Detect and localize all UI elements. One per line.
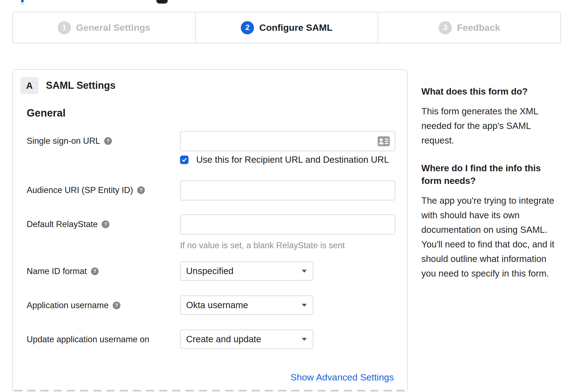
- form-row-application-username: Application username?Okta username: [13, 296, 407, 315]
- step-number-badge: 2: [241, 21, 254, 34]
- section-badge: A: [20, 77, 38, 94]
- field-label: Application username: [27, 300, 109, 310]
- form-rows: Single sign-on URL?Use this for Recipien…: [13, 131, 407, 349]
- form-row-update-application-username: Update application username onCreate and…: [13, 330, 407, 349]
- field-label: Name ID format: [27, 266, 87, 276]
- sso-url-checkbox[interactable]: [180, 156, 189, 164]
- form-row-default-relaystate: Default RelayState?If no value is set, a…: [13, 214, 407, 250]
- dropdown-caret-icon: [302, 304, 307, 307]
- step-1[interactable]: 1General Settings: [13, 12, 196, 43]
- help-icon[interactable]: ?: [137, 186, 145, 194]
- dropdown-caret-icon: [302, 270, 307, 273]
- checkbox-label: Use this for Recipient URL and Destinati…: [196, 154, 389, 165]
- step-2[interactable]: 2Configure SAML: [196, 12, 378, 43]
- checkmark-icon: [181, 157, 187, 163]
- help-sidebar: What does this form do? This form genera…: [421, 85, 561, 281]
- form-row-sso-url: Single sign-on URL?Use this for Recipien…: [13, 131, 407, 165]
- field-label: Default RelayState: [27, 219, 98, 229]
- selected-value: Unspecified: [186, 266, 233, 276]
- default-relaystate-input[interactable]: [180, 214, 395, 234]
- field-label: Audience URI (SP Entity ID): [27, 185, 133, 195]
- clipped-title-fragment: [21, 0, 24, 2]
- help-icon[interactable]: ?: [91, 267, 99, 275]
- show-advanced-settings-link[interactable]: Show Advanced Settings: [291, 372, 394, 382]
- group-heading-general: General: [27, 107, 407, 119]
- field-hint: If no value is set, a blank RelayState i…: [180, 241, 407, 250]
- form-row-name-id-format: Name ID format?Unspecified: [13, 261, 407, 281]
- dropdown-caret-icon: [302, 338, 307, 341]
- update-application-username-select[interactable]: Create and update: [180, 330, 313, 349]
- step-label: Feedback: [457, 22, 500, 33]
- section-title: SAML Settings: [46, 80, 115, 91]
- help-heading-1: What does this form do?: [421, 85, 561, 98]
- help-paragraph-2: The app you're trying to integrate with …: [421, 193, 561, 281]
- clipped-logo-fragment: [156, 0, 168, 4]
- audience-uri-input[interactable]: [180, 180, 395, 200]
- wizard-stepper: 1General Settings2Configure SAML3Feedbac…: [12, 12, 561, 43]
- step-number-badge: 1: [58, 21, 71, 34]
- selected-value: Create and update: [186, 334, 261, 344]
- help-heading-2: Where do I find the info this form needs…: [421, 162, 561, 187]
- sso-url-input[interactable]: [180, 131, 395, 151]
- name-id-format-select[interactable]: Unspecified: [180, 261, 313, 281]
- help-icon[interactable]: ?: [113, 302, 120, 309]
- help-icon[interactable]: ?: [102, 220, 109, 228]
- step-number-badge: 3: [439, 21, 452, 34]
- application-username-select[interactable]: Okta username: [180, 296, 313, 315]
- help-paragraph-1: This form generates the XML needed for t…: [421, 104, 561, 148]
- field-label: Update application username on: [27, 335, 149, 344]
- step-3[interactable]: 3Feedback: [378, 12, 560, 43]
- form-row-audience-uri: Audience URI (SP Entity ID)?: [13, 180, 407, 200]
- section-header: A SAML Settings: [13, 70, 407, 94]
- step-label: General Settings: [76, 22, 150, 33]
- saml-settings-card: A SAML Settings General Single sign-on U…: [12, 69, 408, 392]
- dashed-section-divider: [14, 390, 406, 391]
- contact-card-icon: [378, 136, 390, 146]
- clipped-title-fragment-shadow: [20, 2, 24, 5]
- selected-value: Okta username: [186, 300, 248, 310]
- field-label: Single sign-on URL: [27, 136, 100, 146]
- step-label: Configure SAML: [259, 22, 332, 33]
- help-icon[interactable]: ?: [104, 137, 112, 145]
